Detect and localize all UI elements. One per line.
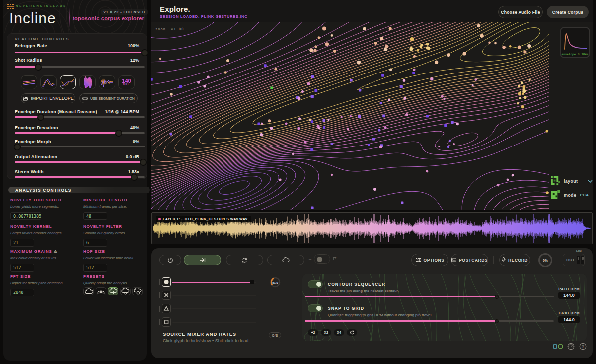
incline-app: NEVERENGINELABS Incline V1.0.22 • LICENS… (0, 0, 596, 364)
rate-reset-button[interactable] (347, 329, 357, 336)
novelty-filter-input[interactable]: 6 (83, 239, 107, 247)
source-glyph-circle-active[interactable] (162, 277, 171, 287)
seek-mode-button[interactable] (184, 255, 221, 265)
contour-map-canvas (151, 22, 549, 210)
sequencer-row-title: CONTOUR SEQUENCER (328, 282, 385, 287)
envelope-preview: envelope:0.104s (560, 27, 590, 58)
output-attenuation-slider[interactable] (15, 159, 145, 165)
preset-cloud-swirl-button[interactable] (132, 287, 143, 295)
power-icon (167, 257, 173, 263)
contour-sequencer-toggle-on[interactable] (308, 280, 323, 288)
slider-handle[interactable] (495, 295, 499, 299)
rate-knob[interactable]: x1.0 (270, 277, 281, 288)
help-icon[interactable]: ? (579, 343, 587, 350)
preset-cloud-rain-button[interactable] (120, 287, 131, 295)
preset-cloud-button[interactable] (83, 287, 94, 295)
slider-handle[interactable] (495, 319, 499, 323)
source-level-slider-2[interactable] (172, 293, 256, 297)
path-bpm-value[interactable]: 144.0 (558, 292, 580, 299)
bpm-slot-unit: NEL (123, 83, 130, 86)
power-button[interactable] (159, 255, 181, 265)
maximum-grains-input[interactable]: 512 (10, 264, 34, 272)
preset-cloud-rain-icon (121, 288, 130, 295)
out-fader-left[interactable] (577, 256, 580, 264)
analysis-field-desc: Lower will increase time detail. (83, 256, 134, 260)
preset-cloud-swirl-icon (133, 288, 142, 295)
source-level-slider-4[interactable] (172, 320, 256, 324)
cloud-mode-button[interactable] (267, 255, 304, 265)
choose-audio-file-button[interactable]: Choose Audio File (498, 6, 543, 18)
fft-size-input[interactable]: 2048 (10, 289, 34, 296)
create-corpus-button[interactable]: Create Corpus (547, 6, 589, 18)
layer-badge: LAYER 1: ...OTO_PLINK_GESTURES.WAV.WAV (156, 216, 251, 222)
view-toggle-squares[interactable] (553, 344, 563, 349)
gain-value: 0% (543, 259, 548, 262)
warning-icon: ⚠ (54, 249, 58, 254)
layout-label: layout (564, 179, 578, 184)
rate-mult-1-button[interactable]: ÷2 (308, 329, 318, 336)
gain-knob[interactable]: 0% (538, 253, 552, 267)
preset-rainbow-button[interactable] (96, 287, 106, 295)
hop-size-input[interactable]: 512 (83, 264, 107, 272)
envelope-deviation-slider[interactable] (15, 130, 145, 136)
use-segment-duration-button[interactable]: USE SEGMENT DURATION (79, 93, 138, 103)
output-limiter[interactable]: OUT (563, 254, 585, 266)
envelope-morph-slider[interactable] (15, 144, 145, 149)
slider-handle[interactable] (116, 130, 122, 136)
mode-selector[interactable]: mode PCA (551, 190, 589, 200)
source-level-slider-3[interactable] (172, 306, 256, 311)
source-level-slider-1[interactable] (172, 280, 256, 284)
novelty-threshold-input[interactable]: 0.007781385 (10, 212, 41, 220)
snap-to-grid-toggle-on[interactable] (308, 304, 323, 312)
min-slice-length-input[interactable]: 48 (83, 212, 107, 220)
path-bpm-slider[interactable] (305, 294, 554, 299)
options-button[interactable]: OPTIONS (411, 254, 448, 266)
analysis-field-label: NOVELTY FILTER (83, 224, 122, 229)
grid-bpm-slider[interactable] (305, 319, 554, 323)
analysis-controls-header[interactable]: ANALYSIS CONTROLS (8, 187, 150, 193)
midi-knob-icon[interactable] (567, 343, 575, 350)
slider-handle[interactable] (35, 64, 41, 70)
import-envelope-label: IMPORT ENVELOPE (31, 96, 74, 101)
record-button[interactable]: RECORD (499, 254, 530, 266)
envelope-slot-5[interactable] (99, 75, 115, 89)
slider-handle[interactable] (131, 174, 137, 180)
layout-selector[interactable]: layout (551, 176, 593, 186)
page-title: Explore. (160, 5, 190, 13)
oversample-pill[interactable]: O/S (269, 332, 281, 338)
source-glyph-cross[interactable] (162, 291, 171, 300)
slider-handle[interactable] (140, 159, 146, 165)
preset-cloud-bolt-button-selected[interactable] (108, 287, 118, 295)
out-label: OUT (566, 258, 575, 262)
retrigger-rate-slider[interactable] (15, 49, 145, 55)
slider-handle[interactable] (250, 280, 254, 284)
slider-label: Shot Radius (15, 58, 42, 63)
source-glyph-triangle[interactable] (162, 304, 171, 313)
slider-handle[interactable] (14, 144, 20, 150)
envelope-slot-3-selected[interactable] (60, 75, 76, 89)
slider-fill (15, 52, 145, 53)
rate-mult-3-button[interactable]: X4 (334, 329, 344, 336)
loop-mode-button[interactable] (226, 255, 263, 265)
grid-bpm-value[interactable]: 144.0 (558, 316, 580, 323)
out-fader-right[interactable] (581, 256, 584, 264)
envelope-slot-4[interactable] (79, 75, 96, 89)
shot-radius-slider[interactable] (15, 64, 145, 70)
transport-panel: → ⇄ OPTIONS POSTCARDS RECORD 0% LIM OUT … (151, 248, 593, 358)
envelope-slot-2[interactable] (40, 75, 57, 89)
slider-handle[interactable] (142, 50, 148, 56)
dot-toggle[interactable] (314, 254, 330, 264)
stereo-width-slider[interactable] (15, 174, 145, 180)
waveform-strip[interactable]: LAYER 1: ...OTO_PLINK_GESTURES.WAV.WAV (151, 212, 593, 244)
slider-handle[interactable] (38, 114, 44, 120)
envelope-slot-6[interactable]: 140NEL (118, 75, 135, 89)
import-envelope-button[interactable]: IMPORT ENVELOPE (21, 93, 75, 103)
corpus-map[interactable]: zoom ×1.00 envelope:0.104s layout mode P… (151, 22, 593, 210)
envelope-duration-musical-division--slider[interactable] (15, 114, 145, 120)
preset-cloud-icon (84, 288, 93, 295)
envelope-slot-1[interactable] (21, 75, 37, 89)
postcards-button[interactable]: POSTCARDS (451, 254, 488, 266)
novelty-kernel-input[interactable]: 21 (10, 239, 34, 247)
source-glyph-square[interactable] (162, 317, 171, 327)
rate-mult-2-button[interactable]: X2 (321, 329, 331, 336)
